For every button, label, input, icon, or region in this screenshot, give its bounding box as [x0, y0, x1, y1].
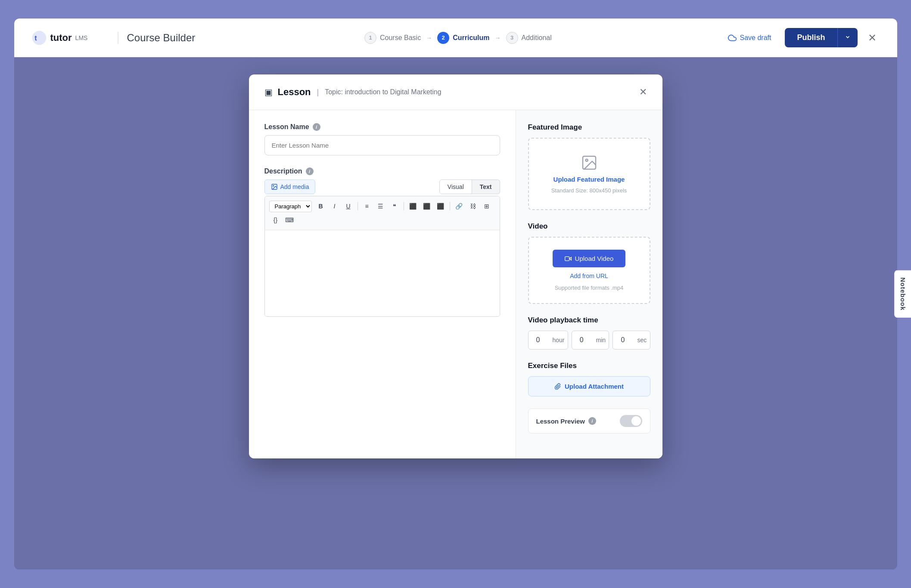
format-select[interactable]: Paragraph — [269, 201, 312, 212]
svg-point-5 — [585, 159, 588, 161]
step-label-curriculum: Curriculum — [453, 34, 489, 42]
table-button[interactable]: ⊞ — [480, 200, 493, 213]
app-frame: t tutor LMS Course Builder 1 Course Basi… — [14, 19, 897, 569]
notebook-tab[interactable]: Notebook — [894, 270, 897, 318]
logo-text: tutor — [50, 32, 72, 43]
lesson-name-group: Lesson Name i — [264, 123, 500, 155]
unordered-list-button[interactable]: ≡ — [361, 200, 373, 213]
step-curriculum[interactable]: 2 Curriculum — [437, 32, 489, 44]
close-app-button[interactable]: ✕ — [864, 28, 880, 47]
lesson-name-input[interactable] — [264, 135, 500, 155]
svg-text:t: t — [34, 34, 37, 42]
lesson-name-info-icon: i — [313, 123, 320, 131]
step-label-additional: Additional — [522, 34, 552, 42]
logo-area: t tutor LMS — [31, 30, 100, 46]
step-additional[interactable]: 3 Additional — [506, 32, 552, 44]
text-tab[interactable]: Text — [472, 179, 500, 194]
lesson-preview-toggle[interactable] — [620, 415, 642, 427]
modal-right-panel: Featured Image Upload Featured Image Sta… — [516, 110, 662, 458]
logo-lms: LMS — [75, 34, 88, 41]
step-arrow-2: → — [495, 34, 501, 41]
image-upload-icon — [581, 154, 598, 171]
toolbar-sep-2 — [404, 202, 404, 210]
editor-content-area[interactable] — [265, 230, 500, 316]
add-media-button[interactable]: Add media — [264, 179, 316, 194]
sec-input[interactable] — [617, 336, 634, 344]
align-left-button[interactable]: ⬛ — [407, 200, 420, 213]
main-content: ▣ Lesson | Topic: introduction to Digita… — [14, 57, 897, 569]
modal-close-button[interactable]: ✕ — [639, 87, 647, 98]
sec-input-group: sec — [613, 331, 650, 350]
modal-title: Lesson — [278, 87, 311, 98]
modal-header: ▣ Lesson | Topic: introduction to Digita… — [249, 74, 662, 110]
upload-video-button[interactable]: Upload Video — [553, 250, 626, 267]
modal-subtitle: Topic: introduction to Digital Marketing — [325, 88, 441, 96]
link-button[interactable]: 🔗 — [453, 200, 466, 213]
underline-button[interactable]: U — [342, 200, 355, 213]
svg-point-3 — [273, 186, 274, 186]
sec-label: sec — [637, 337, 647, 344]
description-label: Description i — [264, 167, 500, 175]
lesson-preview-section: Lesson Preview i — [528, 409, 650, 433]
lesson-modal: ▣ Lesson | Topic: introduction to Digita… — [249, 74, 662, 458]
upload-image-area[interactable]: Upload Featured Image Standard Size: 800… — [528, 138, 650, 210]
navbar-actions: Save draft Publish ✕ — [721, 28, 880, 47]
svg-rect-8 — [565, 257, 569, 260]
lesson-preview-label: Lesson Preview i — [536, 417, 596, 425]
align-center-button[interactable]: ⬛ — [420, 200, 433, 213]
code-button[interactable]: {} — [269, 214, 282, 226]
modal-body: Lesson Name i Description i — [249, 110, 662, 458]
featured-image-title: Featured Image — [528, 123, 650, 132]
upload-featured-image-link[interactable]: Upload Featured Image — [553, 176, 625, 183]
video-upload-area: Upload Video Add from URL Supported file… — [528, 237, 650, 304]
hour-input-group: hour — [528, 331, 568, 350]
modal-left-panel: Lesson Name i Description i — [249, 110, 516, 458]
navbar: t tutor LMS Course Builder 1 Course Basi… — [14, 19, 897, 57]
align-right-button[interactable]: ⬛ — [434, 200, 447, 213]
exercise-files-section: Exercise Files Upload Attachment — [528, 362, 650, 396]
blockquote-button[interactable]: ❝ — [388, 200, 401, 213]
hour-input[interactable] — [533, 336, 550, 344]
unlink-button[interactable]: ⛓ — [466, 200, 479, 213]
modal-separator: | — [317, 88, 319, 97]
video-title: Video — [528, 222, 650, 231]
breadcrumb-steps: 1 Course Basic → 2 Curriculum → 3 Additi… — [208, 32, 708, 44]
playback-time-section: Video playback time hour min — [528, 316, 650, 350]
exercise-files-title: Exercise Files — [528, 362, 650, 370]
playback-time-inputs: hour min sec — [528, 331, 650, 350]
course-builder-title: Course Builder — [118, 32, 196, 44]
attachment-icon — [554, 383, 561, 390]
upload-attachment-button[interactable]: Upload Attachment — [528, 376, 650, 396]
publish-button[interactable]: Publish — [785, 28, 837, 47]
lesson-preview-info-icon: i — [588, 417, 596, 425]
publish-dropdown-button[interactable] — [837, 28, 858, 47]
featured-image-section: Featured Image Upload Featured Image Sta… — [528, 123, 650, 210]
bold-button[interactable]: B — [314, 200, 327, 213]
add-from-url-link[interactable]: Add from URL — [570, 272, 608, 279]
save-draft-button[interactable]: Save draft — [721, 30, 778, 46]
visual-tab[interactable]: Visual — [439, 179, 472, 194]
svg-marker-7 — [569, 257, 571, 260]
video-format-hint: Supported file formats .mp4 — [555, 285, 624, 291]
visual-text-tabs: Visual Text — [439, 179, 500, 194]
min-input[interactable] — [576, 336, 594, 344]
step-num-1: 1 — [364, 32, 376, 44]
add-media-icon — [271, 183, 278, 190]
video-section: Video Upload Video Add from URL Supporte… — [528, 222, 650, 304]
upload-image-hint: Standard Size: 800x450 pixels — [551, 187, 627, 194]
step-course-basic[interactable]: 1 Course Basic — [364, 32, 421, 44]
keyboard-button[interactable]: ⌨ — [283, 214, 296, 226]
italic-button[interactable]: I — [328, 200, 341, 213]
editor-toolbar-top: Add media Visual Text — [264, 179, 500, 194]
step-label-course-basic: Course Basic — [380, 34, 421, 42]
chevron-down-icon — [845, 34, 851, 40]
step-num-3: 3 — [506, 32, 518, 44]
playback-time-title: Video playback time — [528, 316, 650, 325]
editor-container: Paragraph B I U ≡ ☰ ❝ ⬛ — [264, 196, 500, 317]
video-icon — [565, 255, 572, 262]
description-group: Description i Add media — [264, 167, 500, 317]
publish-button-group: Publish — [785, 28, 857, 47]
cloud-icon — [728, 34, 737, 42]
lesson-name-label: Lesson Name i — [264, 123, 500, 131]
ordered-list-button[interactable]: ☰ — [374, 200, 387, 213]
